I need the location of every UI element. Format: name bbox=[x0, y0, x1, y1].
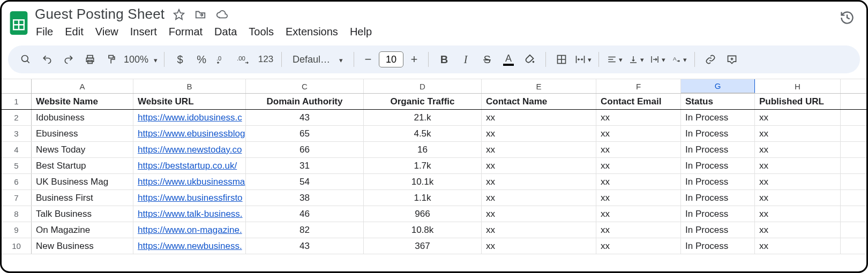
zoom-dropdown[interactable]: 100% bbox=[124, 54, 158, 65]
cell[interactable]: xx bbox=[596, 158, 681, 173]
menu-tools[interactable]: Tools bbox=[249, 26, 274, 38]
cell[interactable]: In Process bbox=[681, 110, 755, 125]
cell[interactable]: xx bbox=[755, 174, 841, 189]
move-icon[interactable] bbox=[193, 7, 207, 21]
cell[interactable]: xx bbox=[482, 142, 596, 157]
decrease-decimal-icon[interactable]: .0 bbox=[214, 50, 232, 69]
cell[interactable]: xx bbox=[755, 126, 841, 141]
cell[interactable]: 1.7k bbox=[364, 158, 482, 173]
row-header-9[interactable]: 9 bbox=[2, 222, 32, 238]
paint-format-icon[interactable] bbox=[102, 50, 121, 69]
cell[interactable]: In Process bbox=[681, 206, 755, 222]
row-header-7[interactable]: 7 bbox=[2, 190, 32, 206]
cell[interactable]: xx bbox=[482, 126, 596, 141]
header-cell[interactable]: Website URL bbox=[133, 94, 246, 109]
cell[interactable]: xx bbox=[596, 110, 681, 125]
cloud-status-icon[interactable] bbox=[215, 7, 229, 21]
select-all-corner[interactable] bbox=[2, 79, 32, 93]
cell[interactable]: 10.8k bbox=[364, 222, 482, 238]
cell[interactable]: xx bbox=[596, 174, 681, 189]
fill-color-button[interactable] bbox=[521, 50, 539, 69]
cell-link[interactable]: https://www.idobusiness.c bbox=[133, 110, 246, 125]
menu-extensions[interactable]: Extensions bbox=[286, 26, 338, 38]
cell[interactable]: xx bbox=[755, 110, 841, 125]
cell[interactable]: xx bbox=[482, 110, 596, 125]
column-header-A[interactable]: A bbox=[32, 79, 133, 93]
cell-link[interactable]: https://beststartup.co.uk/ bbox=[133, 158, 246, 173]
cell[interactable]: 43 bbox=[246, 238, 364, 254]
decrease-font-button[interactable]: − bbox=[361, 52, 376, 66]
header-cell[interactable]: Domain Authority bbox=[246, 94, 364, 109]
undo-icon[interactable] bbox=[38, 50, 56, 69]
cell[interactable]: xx bbox=[596, 190, 681, 206]
cell[interactable]: 66 bbox=[246, 142, 364, 157]
cell[interactable]: 10.1k bbox=[364, 174, 482, 189]
header-cell[interactable]: Contact Email bbox=[596, 94, 681, 109]
header-cell[interactable]: Published URL bbox=[755, 94, 841, 109]
column-header-D[interactable]: D bbox=[364, 79, 482, 93]
cell[interactable]: 46 bbox=[246, 206, 364, 222]
cell[interactable]: Best Startup bbox=[32, 158, 133, 173]
cell[interactable]: 38 bbox=[246, 190, 364, 206]
cell[interactable]: Business First bbox=[32, 190, 133, 206]
cell[interactable]: On Magazine bbox=[32, 222, 133, 238]
search-icon[interactable] bbox=[17, 50, 35, 69]
increase-font-button[interactable]: + bbox=[407, 52, 422, 66]
cell[interactable]: In Process bbox=[681, 222, 755, 238]
cell[interactable]: 31 bbox=[246, 158, 364, 173]
currency-icon[interactable]: $ bbox=[171, 50, 189, 69]
cell[interactable]: xx bbox=[596, 126, 681, 141]
row-header-1[interactable]: 1 bbox=[2, 94, 32, 109]
header-cell[interactable]: Contact Name bbox=[482, 94, 596, 109]
menu-view[interactable]: View bbox=[95, 26, 118, 38]
cell[interactable]: xx bbox=[482, 158, 596, 173]
header-cell[interactable]: Website Name bbox=[32, 94, 133, 109]
cell-link[interactable]: https://www.newstoday.co bbox=[133, 142, 246, 157]
row-header-10[interactable]: 10 bbox=[2, 238, 32, 254]
cell[interactable]: xx bbox=[596, 142, 681, 157]
cell[interactable]: xx bbox=[755, 142, 841, 157]
row-header-6[interactable]: 6 bbox=[2, 174, 32, 189]
column-header-H[interactable]: H bbox=[755, 79, 841, 93]
text-rotation-button[interactable]: A bbox=[670, 50, 688, 69]
cell[interactable]: In Process bbox=[681, 142, 755, 157]
cell[interactable]: UK Business Mag bbox=[32, 174, 133, 189]
cell[interactable]: xx bbox=[755, 238, 841, 254]
cell[interactable]: 966 bbox=[364, 206, 482, 222]
header-cell[interactable]: Organic Traffic bbox=[364, 94, 482, 109]
column-header-E[interactable]: E bbox=[482, 79, 596, 93]
cell[interactable]: Ebusiness bbox=[32, 126, 133, 141]
column-header-G[interactable]: G bbox=[681, 79, 755, 93]
cell[interactable]: New Business bbox=[32, 238, 133, 254]
number-format-button[interactable]: 123 bbox=[257, 50, 275, 69]
vertical-align-button[interactable] bbox=[627, 50, 645, 69]
menu-help[interactable]: Help bbox=[350, 26, 372, 38]
strikethrough-button[interactable]: S bbox=[478, 50, 496, 69]
increase-decimal-icon[interactable]: .00 bbox=[235, 50, 253, 69]
cell[interactable]: In Process bbox=[681, 126, 755, 141]
document-title[interactable]: Guest Posting Sheet bbox=[35, 6, 164, 22]
header-cell[interactable]: Status bbox=[681, 94, 755, 109]
column-header-F[interactable]: F bbox=[596, 79, 681, 93]
column-header-B[interactable]: B bbox=[133, 79, 246, 93]
text-color-button[interactable]: A bbox=[499, 50, 518, 69]
menu-format[interactable]: Format bbox=[169, 26, 203, 38]
cell[interactable]: xx bbox=[482, 238, 596, 254]
menu-data[interactable]: Data bbox=[214, 26, 237, 38]
cell-link[interactable]: https://www.newbusiness. bbox=[133, 238, 246, 254]
cell[interactable]: 16 bbox=[364, 142, 482, 157]
horizontal-align-button[interactable] bbox=[605, 50, 624, 69]
cell[interactable]: 54 bbox=[246, 174, 364, 189]
cell[interactable]: xx bbox=[596, 238, 681, 254]
cell[interactable]: 367 bbox=[364, 238, 482, 254]
cell[interactable]: 1.1k bbox=[364, 190, 482, 206]
star-icon[interactable] bbox=[172, 7, 186, 21]
column-header-C[interactable]: C bbox=[246, 79, 364, 93]
bold-button[interactable]: B bbox=[435, 50, 453, 69]
row-header-4[interactable]: 4 bbox=[2, 142, 32, 157]
menu-insert[interactable]: Insert bbox=[130, 26, 157, 38]
cell[interactable]: News Today bbox=[32, 142, 133, 157]
cell[interactable]: xx bbox=[596, 206, 681, 222]
text-wrap-button[interactable] bbox=[648, 50, 667, 69]
row-header-3[interactable]: 3 bbox=[2, 126, 32, 141]
